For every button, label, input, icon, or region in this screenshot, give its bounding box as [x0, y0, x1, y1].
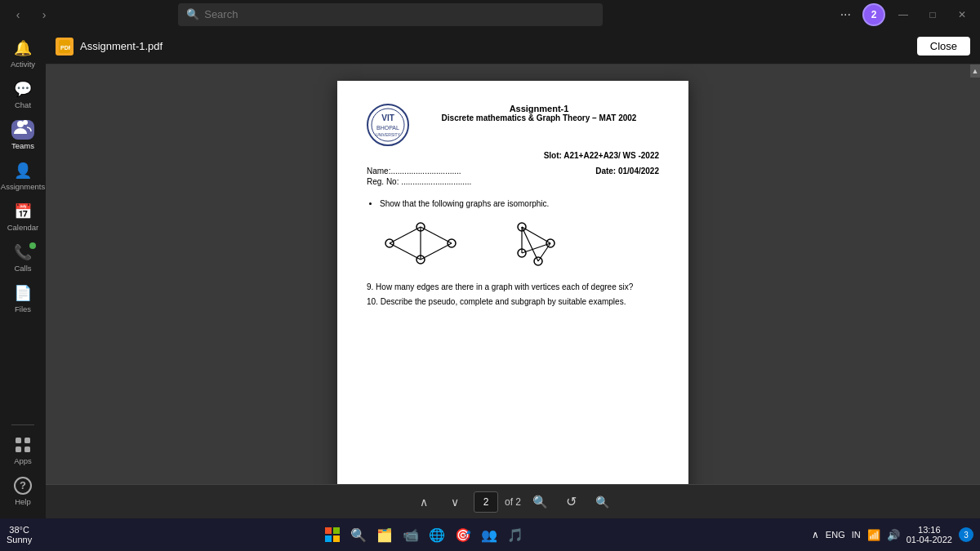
minimize-button[interactable]: — — [892, 5, 915, 24]
svg-text:PDF: PDF — [60, 45, 70, 51]
taskbar-meet-button[interactable]: 📹 — [399, 523, 422, 546]
teams-icon — [13, 118, 33, 140]
maximize-button[interactable]: □ — [921, 5, 944, 24]
sidebar-label-apps: Apps — [14, 456, 32, 465]
more-options-button[interactable]: ··· — [835, 7, 856, 22]
sidebar-label-help: Help — [15, 497, 31, 506]
date-label: Date: 01/04/2022 — [595, 167, 659, 176]
titlebar: ‹ › 🔍 ··· 2 — □ ✕ — [0, 0, 980, 29]
pdf-toolbar: ∧ ∨ of 2 🔍 ↺ 🔍 — [46, 484, 980, 518]
sound-icon: 🔊 — [887, 529, 900, 541]
app-titlebar: PDF Assignment-1.pdf Close — [46, 29, 980, 64]
taskbar-search-button[interactable]: 🔍 — [347, 523, 370, 546]
taskbar-teams-button[interactable]: 👥 — [478, 523, 501, 546]
meet-icon: 📹 — [403, 527, 419, 543]
sidebar-label-activity: Activity — [11, 60, 35, 69]
files-icon-wrap: 📄 — [11, 283, 34, 303]
pdf-search-button[interactable]: 🔍 — [590, 490, 614, 514]
svg-rect-4 — [16, 447, 21, 452]
pdf-heading: Assignment-1 Discrete mathematics & Grap… — [419, 104, 659, 122]
pdf-next-page-button[interactable]: ∨ — [443, 490, 467, 514]
down-arrow-icon: ∨ — [451, 495, 459, 509]
svg-rect-3 — [24, 438, 30, 443]
question-9: 9. How many edges are there in a graph w… — [367, 281, 659, 294]
taskbar-app5-button[interactable]: 🎯 — [452, 523, 474, 546]
svg-text:UNIVERSITY: UNIVERSITY — [376, 132, 401, 137]
assignment-title: Assignment-1 — [419, 104, 659, 113]
spotify-icon: 🎵 — [507, 527, 523, 543]
taskbar-center: 🔍 🗂️ 📹 🌐 🎯 👥 🎵 — [321, 523, 527, 546]
sidebar-item-chat[interactable]: 💬 Chat — [3, 74, 42, 113]
questions-list: Show that the following graphs are isomo… — [380, 198, 659, 211]
page-number-input[interactable] — [474, 491, 498, 513]
vit-logo: VIT BHOPAL UNIVERSITY — [367, 104, 409, 146]
svg-rect-33 — [325, 535, 332, 542]
close-button[interactable]: Close — [917, 37, 970, 56]
start-button[interactable] — [321, 523, 344, 546]
chevron-up-icon[interactable]: ∧ — [812, 529, 819, 540]
svg-line-18 — [390, 243, 421, 260]
weather-temp: 38°C — [9, 525, 29, 535]
svg-text:BHOPAL: BHOPAL — [376, 125, 399, 131]
search-bar[interactable]: 🔍 — [178, 3, 603, 26]
sidebar-item-assignments[interactable]: 👤 Assignments — [3, 156, 42, 195]
calendar-icon: 📅 — [14, 202, 32, 220]
weather-widget: 38°C Sunny — [7, 525, 32, 544]
svg-rect-31 — [325, 527, 332, 534]
search-input[interactable] — [204, 8, 595, 20]
sidebar-item-calendar[interactable]: 📅 Calendar — [3, 197, 42, 236]
clock-time: 13:16 — [918, 525, 941, 535]
svg-rect-2 — [16, 438, 21, 443]
taskbar-file-explorer-button[interactable]: 🗂️ — [373, 523, 396, 546]
app5-icon: 🎯 — [455, 527, 471, 543]
svg-rect-34 — [333, 535, 340, 542]
sidebar-item-teams[interactable]: Teams — [3, 115, 42, 154]
name-row: Name:............................... Dat… — [367, 167, 659, 176]
sidebar-label-calls: Calls — [14, 264, 31, 273]
wifi-icon: 📶 — [867, 529, 880, 541]
edge-icon: 🌐 — [429, 527, 445, 543]
help-icon-wrap: ? — [11, 476, 34, 495]
sidebar-item-calls[interactable]: 📞 Calls — [3, 238, 42, 277]
files-icon: 📄 — [14, 284, 32, 302]
search-icon: 🔍 — [186, 8, 199, 20]
sidebar-item-activity[interactable]: 🔔 Activity — [3, 33, 42, 73]
sidebar-item-apps[interactable]: Apps — [3, 430, 42, 469]
sidebar-item-help[interactable]: ? Help — [3, 471, 42, 510]
calls-notification-dot — [29, 242, 36, 249]
taskbar-search-icon: 🔍 — [350, 527, 367, 543]
taskbar-spotify-button[interactable]: 🎵 — [504, 523, 527, 546]
file-type-icon: PDF — [56, 38, 74, 56]
avatar[interactable]: 2 — [862, 3, 885, 26]
zoom-in-button[interactable]: 🔍 — [528, 490, 552, 514]
titlebar-right: ··· 2 — □ ✕ — [835, 3, 973, 26]
forward-button[interactable]: › — [33, 5, 56, 24]
graph-2 — [481, 219, 563, 268]
apps-icon-wrap — [11, 435, 34, 455]
rotate-button[interactable]: ↺ — [559, 490, 583, 514]
window-close-button[interactable]: ✕ — [951, 5, 973, 24]
taskbar-left: 38°C Sunny — [7, 525, 35, 544]
question-10: 10. Describe the pseudo, complete and su… — [367, 295, 659, 309]
titlebar-nav: ‹ › — [7, 5, 56, 24]
chat-icon-wrap: 💬 — [11, 79, 34, 99]
sidebar-item-files[interactable]: 📄 Files — [3, 278, 42, 318]
svg-line-27 — [538, 243, 550, 261]
scroll-up-arrow[interactable]: ▲ — [970, 64, 980, 78]
svg-line-19 — [421, 227, 452, 243]
system-tray: ∧ — [812, 529, 819, 540]
back-button[interactable]: ‹ — [7, 5, 29, 24]
page-total-label: of 2 — [505, 496, 521, 508]
assignments-icon-wrap: 👤 — [11, 161, 34, 180]
app-area: PDF Assignment-1.pdf Close ▲ VIT BHOPAL … — [46, 29, 980, 518]
svg-line-20 — [421, 243, 452, 260]
sidebar-label-teams: Teams — [11, 141, 34, 150]
pdf-viewer[interactable]: ▲ VIT BHOPAL UNIVERSITY Assignment-1 Dis — [46, 64, 980, 484]
sidebar-label-files: Files — [15, 304, 31, 313]
notification-badge[interactable]: 3 — [959, 527, 973, 542]
sidebar-label-chat: Chat — [15, 100, 31, 109]
pdf-prev-page-button[interactable]: ∧ — [412, 490, 436, 514]
svg-point-1 — [17, 121, 24, 127]
taskbar-edge-button[interactable]: 🌐 — [425, 523, 448, 546]
weather-condition: Sunny — [7, 535, 32, 544]
